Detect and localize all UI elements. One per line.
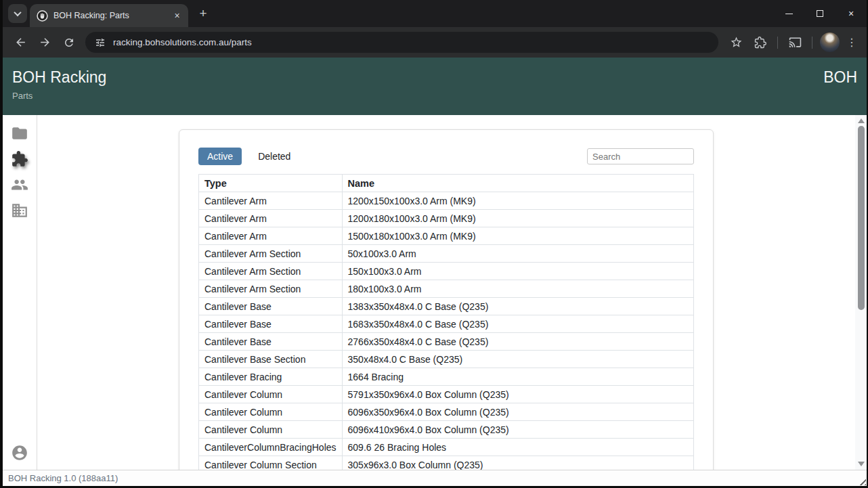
cell-type: Cantilever Arm Section <box>199 263 343 280</box>
cell-type: Cantilever Column <box>199 403 343 421</box>
sidebar-item-projects[interactable] <box>6 120 33 146</box>
cell-name: 2766x350x48x4.0 C Base (Q235) <box>342 333 693 351</box>
cell-type: Cantilever Arm <box>199 192 343 210</box>
tab-strip: BOH Racking: Parts × + × <box>3 0 867 27</box>
browser-toolbar: racking.bohsolutions.com.au/parts ⋮ <box>3 27 867 58</box>
cell-type: Cantilever Arm <box>199 210 343 227</box>
cell-name: 1200x150x100x3.0 Arm (MK9) <box>342 192 693 210</box>
scrollbar-down-arrow[interactable] <box>858 462 865 466</box>
sidebar-account-button[interactable] <box>6 440 33 466</box>
table-row[interactable]: Cantilever Base 1683x350x48x4.0 C Base (… <box>199 315 694 333</box>
browser-menu-button[interactable]: ⋮ <box>842 32 861 53</box>
browser-window: BOH Racking: Parts × + × racking.bohsolu… <box>0 0 868 488</box>
table-row[interactable]: Cantilever Arm Section 150x100x3.0 Arm <box>199 263 694 280</box>
version-text: BOH Racking 1.0 (188aa11) <box>8 473 118 483</box>
close-window-button[interactable]: × <box>836 0 867 27</box>
cell-type: Cantilever Base <box>199 298 343 315</box>
search-input[interactable] <box>587 148 694 164</box>
profile-avatar[interactable] <box>820 32 840 52</box>
cell-name: 6096x410x96x4.0 Box Column (Q235) <box>342 421 693 439</box>
main-panel: Active Deleted Type Name <box>37 115 855 470</box>
puzzle-icon <box>11 150 28 168</box>
back-button[interactable] <box>9 32 31 53</box>
cell-name: 180x100x3.0 Arm <box>342 280 693 298</box>
toolbar-separator <box>777 37 778 49</box>
star-icon <box>730 36 743 49</box>
building-icon <box>11 202 28 219</box>
cell-type: Cantilever Column <box>199 421 343 439</box>
site-favicon-hand-icon <box>37 10 48 22</box>
content-area: Active Deleted Type Name <box>3 115 867 470</box>
cell-name: 305x96x3.0 Box Column (Q235) <box>342 456 693 470</box>
table-row[interactable]: Cantilever Column Section 305x96x3.0 Box… <box>199 456 694 470</box>
column-header-name[interactable]: Name <box>342 175 693 192</box>
cell-type: CantileverColumnBracingHoles <box>199 439 343 456</box>
cast-button[interactable] <box>784 32 806 53</box>
forward-arrow-icon <box>39 36 51 49</box>
cell-name: 1683x350x48x4.0 C Base (Q235) <box>342 315 693 333</box>
table-row[interactable]: Cantilever Column 6096x350x96x4.0 Box Co… <box>199 403 694 421</box>
cell-type: Cantilever Base <box>199 315 343 333</box>
bookmark-star-button[interactable] <box>725 32 747 53</box>
cell-name: 1500x180x100x3.0 Arm (MK9) <box>342 227 693 245</box>
table-row[interactable]: Cantilever Arm 1200x150x100x3.0 Arm (MK9… <box>199 192 694 210</box>
table-row[interactable]: Cantilever Base Section 350x48x4.0 C Bas… <box>199 351 694 368</box>
people-icon <box>11 176 28 194</box>
table-row[interactable]: Cantilever Column 5791x350x96x4.0 Box Co… <box>199 386 694 403</box>
parts-card: Active Deleted Type Name <box>179 129 714 470</box>
table-row[interactable]: CantileverColumnBracingHoles 609.6 26 Br… <box>199 439 694 456</box>
scrollbar-up-arrow[interactable] <box>858 118 865 123</box>
back-arrow-icon <box>14 36 27 49</box>
minimize-icon <box>785 14 793 14</box>
sidebar-item-companies[interactable] <box>6 198 33 223</box>
tab-active[interactable]: Active <box>198 148 242 165</box>
cell-type: Cantilever Base <box>199 333 343 351</box>
cast-icon <box>789 36 802 49</box>
cell-name: 150x100x3.0 Arm <box>342 263 693 280</box>
chevron-down-icon <box>14 9 21 16</box>
cell-name: 609.6 26 Bracing Holes <box>342 439 693 456</box>
table-row[interactable]: Cantilever Column 6096x410x96x4.0 Box Co… <box>199 421 694 439</box>
sidebar-item-users[interactable] <box>6 172 33 198</box>
browser-tab[interactable]: BOH Racking: Parts × <box>30 4 188 27</box>
column-header-type[interactable]: Type <box>199 175 343 192</box>
cell-name: 1664 Bracing <box>342 368 693 386</box>
cell-type: Cantilever Column <box>199 386 343 403</box>
tab-title: BOH Racking: Parts <box>53 11 171 20</box>
address-bar[interactable]: racking.bohsolutions.com.au/parts <box>85 32 718 53</box>
maximize-button[interactable] <box>804 0 836 27</box>
status-bar: BOH Racking 1.0 (188aa11) <box>3 470 867 486</box>
table-row[interactable]: Cantilever Bracing 1664 Bracing <box>199 368 694 386</box>
reload-icon <box>63 37 75 49</box>
cell-type: Cantilever Arm <box>199 227 343 245</box>
account-circle-icon <box>11 444 28 462</box>
new-tab-button[interactable]: + <box>194 4 213 23</box>
tab-close-button[interactable]: × <box>171 10 183 22</box>
brand-label: BOH <box>823 68 857 115</box>
table-row[interactable]: Cantilever Arm 1200x180x100x3.0 Arm (MK9… <box>199 210 694 227</box>
vertical-scrollbar[interactable] <box>855 115 867 470</box>
table-row[interactable]: Cantilever Base 2766x350x48x4.0 C Base (… <box>199 333 694 351</box>
table-row[interactable]: Cantilever Arm 1500x180x100x3.0 Arm (MK9… <box>199 227 694 245</box>
table-header-row: Type Name <box>199 175 694 192</box>
sidebar-item-parts[interactable] <box>6 146 33 172</box>
reload-button[interactable] <box>58 32 80 53</box>
cell-name: 1200x180x100x3.0 Arm (MK9) <box>342 210 693 227</box>
tab-search-button[interactable] <box>8 4 27 23</box>
tab-deleted[interactable]: Deleted <box>254 150 295 162</box>
table-row[interactable]: Cantilever Arm Section 50x100x3.0 Arm <box>199 245 694 263</box>
minimize-button[interactable] <box>773 0 804 27</box>
table-row[interactable]: Cantilever Base 1383x350x48x4.0 C Base (… <box>199 298 694 315</box>
filter-row: Active Deleted <box>198 148 694 165</box>
table-row[interactable]: Cantilever Arm Section 180x100x3.0 Arm <box>199 280 694 298</box>
scrollbar-thumb[interactable] <box>858 126 865 310</box>
extensions-button[interactable] <box>750 32 771 53</box>
forward-button[interactable] <box>34 32 56 53</box>
cell-type: Cantilever Column Section <box>199 456 343 470</box>
parts-table: Type Name Cantilever Arm 1200x150x100x3.… <box>198 174 694 470</box>
cell-type: Cantilever Arm Section <box>199 245 343 263</box>
app-header-left: BOH Racking Parts <box>12 68 106 115</box>
resize-grip[interactable] <box>857 476 866 485</box>
cell-name: 6096x350x96x4.0 Box Column (Q235) <box>342 403 693 421</box>
cell-type: Cantilever Bracing <box>199 368 343 386</box>
